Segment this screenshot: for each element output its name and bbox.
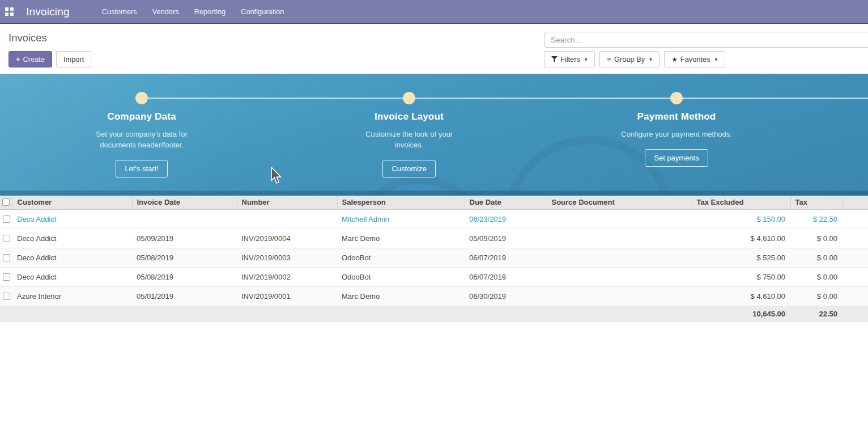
cell-due-date[interactable]: 06/07/2019 [465, 248, 547, 267]
cell-invoice-date[interactable]: 05/01/2019 [132, 286, 237, 306]
select-all-checkbox[interactable] [2, 198, 10, 206]
import-button-label: Import [63, 55, 84, 64]
column-header-tax[interactable]: Tax [790, 196, 843, 209]
cell-tax[interactable]: $ 0.00 [790, 286, 843, 306]
column-header-source-document[interactable]: Source Document [547, 196, 692, 209]
cell-number[interactable] [237, 209, 337, 229]
cell-source-document[interactable] [547, 248, 692, 267]
cell-number[interactable]: INV/2019/0003 [237, 248, 337, 267]
column-header-tax-excluded[interactable]: Tax Excluded [692, 196, 790, 209]
table-row[interactable]: Deco Addict Mitchell Admin 06/23/2019 $ … [0, 209, 868, 229]
menu-vendors[interactable]: Vendors [152, 7, 179, 16]
mouse-cursor [271, 167, 283, 187]
cell-salesperson[interactable]: Marc Demo [337, 229, 465, 248]
column-header-spacer [843, 196, 868, 209]
totals-empty-cell [12, 306, 132, 322]
totals-empty-cell [547, 306, 692, 322]
column-header-customer[interactable]: Customer [12, 196, 132, 209]
onboarding-progress-line [142, 98, 868, 99]
totals-empty-cell [132, 306, 237, 322]
app-title[interactable]: Invoicing [26, 6, 70, 18]
chevron-down-icon: ▾ [715, 56, 718, 62]
cell-tax-excluded[interactable]: $ 750.00 [692, 267, 790, 286]
cell-tax-excluded[interactable]: $ 4,610.00 [692, 286, 790, 306]
step-title: Invoice Layout [324, 111, 494, 122]
cell-number[interactable]: INV/2019/0002 [237, 267, 337, 286]
set-payments-button[interactable]: Set payments [645, 149, 708, 167]
cell-invoice-date[interactable]: 05/09/2019 [132, 229, 237, 248]
action-buttons: + Create Import [8, 51, 91, 67]
cell-due-date[interactable]: 06/07/2019 [465, 267, 547, 286]
lets-start-button[interactable]: Let's start! [116, 160, 168, 177]
cell-tax-excluded[interactable]: $ 4,610.00 [692, 229, 790, 248]
row-checkbox[interactable] [3, 293, 10, 300]
totals-row: 10,645.00 22.50 [0, 306, 868, 322]
cell-customer[interactable]: Deco Addict [12, 229, 132, 248]
create-button[interactable]: + Create [8, 51, 52, 67]
cell-spacer [843, 229, 868, 248]
menu-customers[interactable]: Customers [102, 7, 137, 16]
cell-customer[interactable]: Deco Addict [12, 209, 132, 229]
cell-customer[interactable]: Azure Interior [12, 286, 132, 306]
row-checkbox[interactable] [3, 235, 10, 242]
cell-due-date[interactable]: 06/23/2019 [465, 209, 547, 229]
cell-number[interactable]: INV/2019/0001 [237, 286, 337, 306]
favorites-button[interactable]: ★ Favorites ▾ [664, 51, 725, 67]
cell-source-document[interactable] [547, 229, 692, 248]
cell-due-date[interactable]: 06/30/2019 [465, 286, 547, 306]
column-header-due-date[interactable]: Due Date [465, 196, 547, 209]
group-by-button[interactable]: ≡ Group By ▾ [599, 51, 659, 67]
cell-invoice-date[interactable]: 05/08/2019 [132, 248, 237, 267]
filters-button[interactable]: Filters ▾ [544, 51, 595, 67]
cell-invoice-date[interactable]: 05/08/2019 [132, 267, 237, 286]
cell-salesperson[interactable]: OdooBot [337, 267, 465, 286]
table-row[interactable]: Azure Interior 05/01/2019 INV/2019/0001 … [0, 286, 868, 306]
row-checkbox[interactable] [3, 254, 10, 261]
search-input[interactable] [544, 32, 868, 48]
table-row[interactable]: Deco Addict 05/08/2019 INV/2019/0002 Odo… [0, 267, 868, 286]
cell-spacer [843, 286, 868, 306]
row-checkbox[interactable] [3, 215, 10, 223]
cell-salesperson[interactable]: OdooBot [337, 248, 465, 267]
column-header-number[interactable]: Number [237, 196, 337, 209]
create-button-label: Create [23, 55, 45, 64]
table-row[interactable]: Deco Addict 05/09/2019 INV/2019/0004 Mar… [0, 229, 868, 248]
column-header-salesperson[interactable]: Salesperson [337, 196, 465, 209]
invoices-table: Customer Invoice Date Number Salesperson… [0, 196, 868, 322]
cell-salesperson[interactable]: Mitchell Admin [337, 209, 465, 229]
cell-tax[interactable]: $ 0.00 [790, 248, 843, 267]
cell-due-date[interactable]: 05/09/2019 [465, 229, 547, 248]
menu-reporting[interactable]: Reporting [194, 7, 226, 16]
cell-source-document[interactable] [547, 267, 692, 286]
row-select-cell [0, 209, 12, 229]
step-description: Configure your payment methods. [603, 129, 750, 139]
select-all-cell [0, 196, 12, 209]
step-title: Payment Method [592, 111, 761, 122]
cell-tax-excluded[interactable]: $ 525.00 [692, 248, 790, 267]
cell-tax[interactable]: $ 0.00 [790, 229, 843, 248]
totals-empty-cell [237, 306, 337, 322]
cell-source-document[interactable] [547, 209, 692, 229]
menu-configuration[interactable]: Configuration [241, 7, 284, 16]
totals-empty-cell [843, 306, 868, 322]
totals-empty-cell [0, 306, 12, 322]
cell-tax[interactable]: $ 22.50 [790, 209, 843, 229]
cell-customer[interactable]: Deco Addict [12, 248, 132, 267]
cell-customer[interactable]: Deco Addict [12, 267, 132, 286]
table-row[interactable]: Deco Addict 05/08/2019 INV/2019/0003 Odo… [0, 248, 868, 267]
cell-spacer [843, 248, 868, 267]
cell-invoice-date[interactable] [132, 209, 237, 229]
table-header-row: Customer Invoice Date Number Salesperson… [0, 196, 868, 209]
cell-tax-excluded[interactable]: $ 150.00 [692, 209, 790, 229]
cell-tax[interactable]: $ 0.00 [790, 267, 843, 286]
cell-salesperson[interactable]: Marc Demo [337, 286, 465, 306]
cell-source-document[interactable] [547, 286, 692, 306]
column-header-invoice-date[interactable]: Invoice Date [132, 196, 237, 209]
row-checkbox[interactable] [3, 273, 10, 281]
import-button[interactable]: Import [56, 51, 91, 67]
row-select-cell [0, 286, 12, 306]
step-dot-invoice-layout [403, 92, 415, 104]
customize-button[interactable]: Customize [382, 160, 435, 177]
apps-menu-icon[interactable] [5, 7, 14, 16]
cell-number[interactable]: INV/2019/0004 [237, 229, 337, 248]
